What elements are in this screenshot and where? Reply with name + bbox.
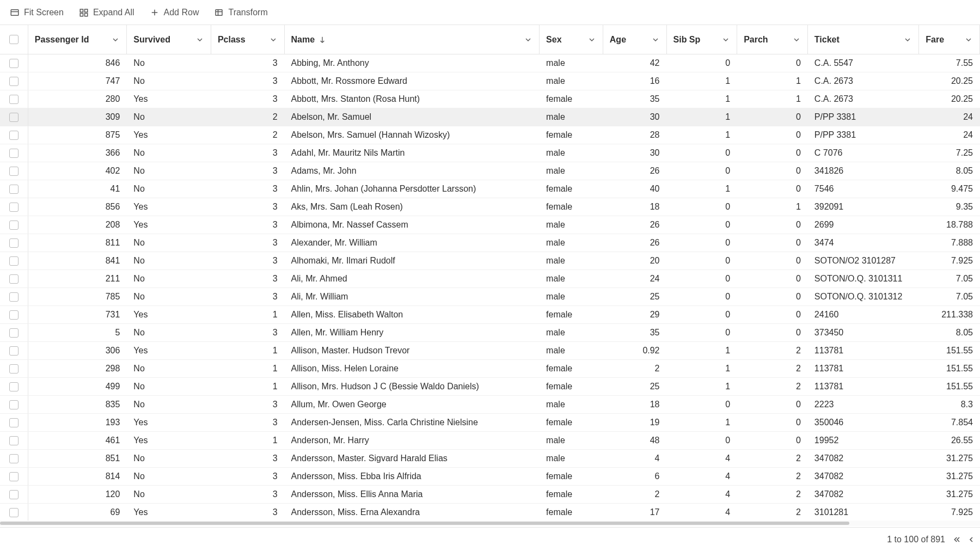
expand-all-button[interactable]: Expand All xyxy=(79,8,134,17)
table-row[interactable]: 280Yes3Abbott, Mrs. Stanton (Rosa Hunt)f… xyxy=(0,90,980,108)
table-row[interactable]: 875Yes2Abelson, Mrs. Samuel (Hannah Wizo… xyxy=(0,126,980,144)
row-checkbox[interactable] xyxy=(9,77,19,86)
row-checkbox[interactable] xyxy=(9,149,19,158)
table-row[interactable]: 835No3Allum, Mr. Owen Georgemale18002223… xyxy=(0,396,980,414)
horizontal-scrollbar[interactable] xyxy=(0,521,980,526)
table-row[interactable]: 841No3Alhomaki, Mr. Ilmari Rudolfmale200… xyxy=(0,252,980,270)
cell-parch: 0 xyxy=(737,216,808,234)
row-checkbox[interactable] xyxy=(9,185,19,194)
row-checkbox[interactable] xyxy=(9,256,19,266)
row-checkbox[interactable] xyxy=(9,436,19,445)
row-checkbox[interactable] xyxy=(9,292,19,302)
cell-passenger-id: 366 xyxy=(28,144,127,162)
chevron-down-icon[interactable] xyxy=(195,35,204,44)
row-checkbox[interactable] xyxy=(9,95,19,104)
table-row[interactable]: 846No3Abbing, Mr. Anthonymale4200C.A. 55… xyxy=(0,54,980,72)
row-checkbox[interactable] xyxy=(9,221,19,230)
cell-name: Ahlin, Mrs. Johan (Johanna Persdotter La… xyxy=(285,180,540,198)
chevron-down-icon[interactable] xyxy=(269,35,278,44)
chevron-down-icon[interactable] xyxy=(721,35,730,44)
table-row[interactable]: 69Yes3Andersson, Miss. Erna Alexandrafem… xyxy=(0,504,980,522)
cell-fare: 7.854 xyxy=(919,414,980,431)
table-row[interactable]: 402No3Adams, Mr. Johnmale26003418268.05 xyxy=(0,162,980,180)
column-header-passenger-id[interactable]: Passenger Id xyxy=(28,25,127,54)
row-checkbox[interactable] xyxy=(9,167,19,176)
column-header-sibsp[interactable]: Sib Sp xyxy=(667,25,738,54)
cell-survived: No xyxy=(127,450,211,467)
table-row[interactable]: 5No3Allen, Mr. William Henrymale35003734… xyxy=(0,324,980,342)
cell-passenger-id: 811 xyxy=(28,234,127,252)
column-header-sex[interactable]: Sex xyxy=(540,25,603,54)
table-row[interactable]: 461Yes1Anderson, Mr. Harrymale4800199522… xyxy=(0,432,980,450)
cell-sex: female xyxy=(540,378,603,395)
cell-survived: No xyxy=(127,108,211,126)
row-checkbox[interactable] xyxy=(9,400,19,409)
cell-ticket: 373450 xyxy=(808,324,919,341)
row-checkbox[interactable] xyxy=(9,490,19,499)
row-checkbox[interactable] xyxy=(9,274,19,284)
cell-ticket: C 7076 xyxy=(808,144,919,162)
row-select-cell xyxy=(0,378,28,395)
table-row[interactable]: 785No3Ali, Mr. Williammale2500SOTON/O.Q.… xyxy=(0,288,980,306)
column-header-ticket[interactable]: Ticket xyxy=(808,25,919,54)
table-row[interactable]: 856Yes3Aks, Mrs. Sam (Leah Rosen)female1… xyxy=(0,198,980,216)
column-header-age[interactable]: Age xyxy=(603,25,667,54)
table-row[interactable]: 811No3Alexander, Mr. Williammale26003474… xyxy=(0,234,980,252)
row-checkbox[interactable] xyxy=(9,346,19,356)
chevron-down-icon[interactable] xyxy=(903,35,912,44)
column-header-parch[interactable]: Parch xyxy=(737,25,808,54)
table-row[interactable]: 306Yes1Allison, Master. Hudson Trevormal… xyxy=(0,342,980,360)
table-row[interactable]: 309No2Abelson, Mr. Samuelmale3010P/PP 33… xyxy=(0,108,980,126)
row-select-cell xyxy=(0,216,28,234)
column-header-fare[interactable]: Fare xyxy=(919,25,980,54)
row-checkbox[interactable] xyxy=(9,364,19,374)
table-row[interactable]: 208Yes3Albimona, Mr. Nassef Cassemmale26… xyxy=(0,216,980,234)
table-row[interactable]: 41No3Ahlin, Mrs. Johan (Johanna Persdott… xyxy=(0,180,980,198)
horizontal-scrollbar-thumb[interactable] xyxy=(0,522,849,525)
cell-passenger-id: 211 xyxy=(28,270,127,287)
row-checkbox[interactable] xyxy=(9,238,19,248)
row-checkbox[interactable] xyxy=(9,328,19,338)
row-checkbox[interactable] xyxy=(9,382,19,391)
row-checkbox[interactable] xyxy=(9,472,19,481)
column-header-survived[interactable]: Survived xyxy=(127,25,211,54)
row-checkbox[interactable] xyxy=(9,310,19,320)
add-row-button[interactable]: Add Row xyxy=(150,8,199,17)
chevron-down-icon[interactable] xyxy=(964,35,973,44)
column-header-name[interactable]: Name xyxy=(285,25,540,54)
row-checkbox[interactable] xyxy=(9,203,19,212)
table-row[interactable]: 298No1Allison, Miss. Helen Lorainefemale… xyxy=(0,360,980,378)
row-checkbox[interactable] xyxy=(9,508,19,517)
row-checkbox[interactable] xyxy=(9,131,19,140)
column-header-pclass[interactable]: Pclass xyxy=(211,25,285,54)
cell-passenger-id: 208 xyxy=(28,216,127,234)
transform-button[interactable]: Transform xyxy=(214,8,267,17)
row-checkbox[interactable] xyxy=(9,454,19,463)
svg-rect-2 xyxy=(84,9,87,12)
cell-passenger-id: 875 xyxy=(28,126,127,144)
first-page-icon[interactable] xyxy=(953,535,961,544)
column-label: Fare xyxy=(926,35,944,45)
prev-page-icon[interactable] xyxy=(967,535,976,544)
cell-sex: male xyxy=(540,54,603,72)
table-row[interactable]: 193Yes3Andersen-Jensen, Miss. Carla Chri… xyxy=(0,414,980,432)
table-row[interactable]: 851No3Andersson, Master. Sigvard Harald … xyxy=(0,450,980,468)
table-row[interactable]: 731Yes1Allen, Miss. Elisabeth Waltonfema… xyxy=(0,306,980,324)
table-row[interactable]: 814No3Andersson, Miss. Ebba Iris Alfrida… xyxy=(0,468,980,486)
chevron-down-icon[interactable] xyxy=(524,35,532,44)
table-row[interactable]: 747No3Abbott, Mr. Rossmore Edwardmale161… xyxy=(0,72,980,90)
table-row[interactable]: 366No3Adahl, Mr. Mauritz Nils Martinmale… xyxy=(0,144,980,162)
chevron-down-icon[interactable] xyxy=(792,35,801,44)
chevron-down-icon[interactable] xyxy=(651,35,660,44)
fit-screen-button[interactable]: Fit Screen xyxy=(10,8,64,17)
chevron-down-icon[interactable] xyxy=(111,35,120,44)
table-row[interactable]: 211No3Ali, Mr. Ahmedmale2400SOTON/O.Q. 3… xyxy=(0,270,980,288)
table-row[interactable]: 120No3Andersson, Miss. Ellis Anna Mariaf… xyxy=(0,486,980,504)
table-row[interactable]: 499No1Allison, Mrs. Hudson J C (Bessie W… xyxy=(0,378,980,396)
row-checkbox[interactable] xyxy=(9,59,19,68)
row-checkbox[interactable] xyxy=(9,113,19,122)
cell-ticket: P/PP 3381 xyxy=(808,126,919,144)
row-checkbox[interactable] xyxy=(9,418,19,427)
chevron-down-icon[interactable] xyxy=(587,35,596,44)
select-all-checkbox[interactable] xyxy=(9,35,19,44)
